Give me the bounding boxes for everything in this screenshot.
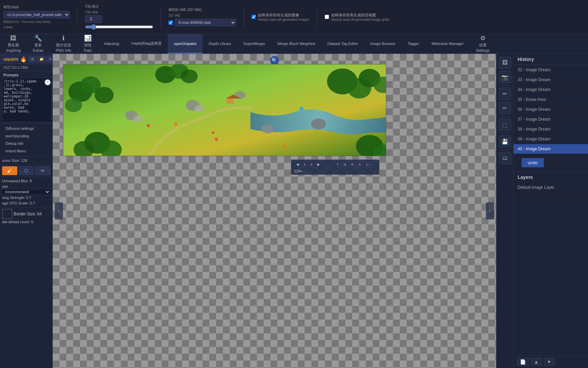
clip-slider[interactable] [85,24,153,30]
history-item-40[interactable]: 40 - Image Dream [513,144,588,154]
prompts-scroll-icon[interactable]: 🕐 [44,79,51,86]
panel-title: utpaint 🔥 ⚙ 📁 ✏ ⬇ ⬆ 🗑 [0,54,52,64]
sing-strength-row: sing Strength: 0.7 [2,195,50,200]
cursor-size-row: ursor Size: 128 [2,158,50,163]
pen-tool-btn[interactable]: ✏ [35,166,50,175]
server-addr: //127.0.0.1:7860 [0,64,52,71]
type-select[interactable]: (recommended) [2,189,50,195]
layers-section: Layers Default Image Layer [513,171,588,355]
prompts-container: (tric:1.1),(game ,1),grass, lowers, rock… [0,78,52,123]
clip-label: Clip 跳过 [85,4,153,9]
history-item-37[interactable]: 37 - Image Dream [513,114,588,124]
debug-info-btn[interactable]: Debug info [2,140,50,147]
tab-maple[interactable]: maple的tag选择器 [125,34,168,53]
svg-point-4 [65,98,82,112]
tab-hakuimg-label: HakuImg [104,42,119,46]
vae-select[interactable]: ft-mse-840000.ckpt [175,19,236,26]
save-all-group: 始终保存所有生成的图像 Always save all generated im… [251,13,309,21]
zoom-icon[interactable]: 🔍 [270,56,279,65]
divider-4 [317,7,317,27]
svg-point-11 [181,70,198,83]
rt-divider-2 [499,116,511,117]
nav-tabs: 🖼 图生图 Img2Img 🔧 更多 Extras ℹ 图片信息 PNG Inf… [0,34,588,54]
rt-select-btn[interactable]: ⬚ [499,119,511,131]
tab-openoutpaint-label: openOutpaint [174,42,196,46]
save-all-sublabel: Always save all generated images [258,18,309,21]
tab-pnginfo-label: 图片信息 [56,43,71,48]
history-item-38[interactable]: 38 - Image Dream [513,124,588,134]
tab-mergeblock[interactable]: Merge Block Weighted [272,34,321,53]
history-item-33[interactable]: 33 - Image Dream [513,75,588,85]
ensd-label: 模型(ENSD - Eta noise seed delta) [3,20,70,24]
tab-mergeblock-label: Merge Block Weighted [278,42,315,46]
tab-tagger-label: Tagger [408,42,419,46]
border-section: Border Size: 64 ate-ahead count: 0 [0,207,52,226]
tab-supermerger-label: SuperMerger [243,42,265,46]
vae-sublabel: SD VAE [168,14,236,17]
history-item-36[interactable]: 36 - Image Dream [513,105,588,114]
select-tool-btn[interactable]: ⬡ [19,166,34,175]
save-upscaling-btn[interactable]: ave/Upscaling [2,132,50,140]
vae-checkbox[interactable] [168,20,173,25]
undo-container: undo [513,154,588,171]
layer-up-btn[interactable]: ▲ [531,358,542,366]
history-item-35[interactable]: 35 - Erase Area [513,95,588,105]
brush-tool-btn[interactable]: 🖌 [2,166,17,175]
rt-photo-btn[interactable]: 📷 [499,71,511,83]
lookahead-label: ate-ahead count: 0 [2,220,33,224]
tab-pnginfo[interactable]: ℹ 图片信息 PNG Info [50,34,77,53]
pnginfo-icon: ℹ [62,34,65,42]
layer-down-btn[interactable]: ▼ [544,358,555,366]
tab-dataset[interactable]: Dataset Tag Editor [321,34,364,53]
canvas-nav-right[interactable]: › [486,202,494,219]
save-all-checkbox[interactable] [251,15,256,19]
vae-group: 模型的 VAE (SD VAE) SD VAE ft-mse-840000.ck… [168,7,236,26]
undo-btn[interactable]: undo [522,158,544,167]
age-cfg-row: age CFG Scale: 0.7 [2,200,50,206]
tab-openoutpaint[interactable]: openOutpaint [168,34,202,53]
clip-value-input[interactable] [85,15,102,23]
tab-depth[interactable]: Depth Library [202,34,237,53]
lookahead-row: ate-ahead count: 0 [2,219,50,225]
tab-tagger[interactable]: Tagger [402,34,425,53]
tab-img2img[interactable]: 🖼 图生图 Img2Img [0,34,27,53]
diffusion-settings-btn[interactable]: Diffusion settings [2,125,50,132]
border-size-label: Border Size: 64 [14,212,42,216]
rt-pencil-btn[interactable]: ✏ [499,102,511,114]
rt-save-btn[interactable]: 💾 [499,135,511,148]
rt-divider-1 [499,85,511,86]
new-layer-btn[interactable]: 📄 [517,358,529,366]
prompts-label: Prompts [0,71,52,78]
rt-image-btn[interactable]: 🖼 [499,57,511,69]
tab-wildcards[interactable]: Wildcards Manager [425,34,470,53]
ensd-group: 模型(ckpt) v1-5-prunoVae_half_pruned.safe … [3,5,70,29]
canvas-nav-left[interactable]: ‹ [55,202,63,219]
rt-layers-btn[interactable]: 🗂 [499,152,511,164]
panel-settings-btn[interactable]: ⚙ [29,56,36,62]
context-menu-btn[interactable]: ontext Menu [2,147,50,155]
model-select[interactable]: v1-5-prunoVae_half_pruned.safe [3,11,70,18]
tab-extras-label: 更多 [34,43,42,48]
history-item-32[interactable]: 32 - Image Dream [513,65,588,75]
tab-hakuimg[interactable]: HakuImg [98,34,125,53]
tab-train-sublabel: Train [83,48,92,52]
tab-settings[interactable]: ⚙ 设置 Settings [470,34,496,53]
history-item-34[interactable]: 34 - Image Dream [513,85,588,95]
rt-brush-btn[interactable]: ✏ [499,88,511,100]
tab-supermerger[interactable]: SuperMerger [237,34,271,53]
right-toolbar: 🖼 📷 ✏ ✏ ⬚ 💾 🗂 [496,54,513,368]
history-item-39[interactable]: 39 - Image Dream [513,134,588,144]
tab-img2img-label: 图生图 [8,43,19,48]
svg-point-18 [133,116,143,122]
save-grid-label: 始终保存所有生成的宫格图 [331,13,389,18]
tab-extras[interactable]: 🔧 更多 Extras [27,34,50,53]
tab-train[interactable]: 📊 训练 Train [77,34,98,53]
panel-folder-btn[interactable]: 📁 [37,56,46,62]
tab-wildcards-label: Wildcards Manager [431,42,464,46]
model-ckpt-label: 模型(ckpt) [3,5,70,10]
tab-imagebrowser[interactable]: Image Browser [364,34,402,53]
canvas-image[interactable] [63,64,386,156]
map-svg [63,64,386,156]
panel-pencil-btn[interactable]: ✏ [47,56,53,62]
save-grid-checkbox[interactable] [325,15,329,19]
